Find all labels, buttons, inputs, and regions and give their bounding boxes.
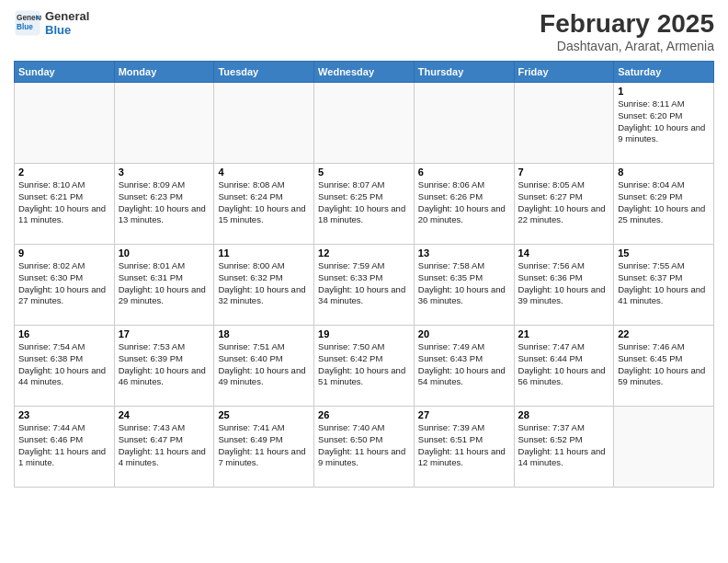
day-info: Sunrise: 8:02 AM Sunset: 6:30 PM Dayligh…: [18, 260, 110, 307]
day-number: 18: [218, 328, 310, 339]
day-info: Sunrise: 7:46 AM Sunset: 6:45 PM Dayligh…: [618, 341, 710, 388]
day-number: 1: [618, 86, 710, 97]
day-cell: 22Sunrise: 7:46 AM Sunset: 6:45 PM Dayli…: [614, 326, 714, 407]
day-cell: 28Sunrise: 7:37 AM Sunset: 6:52 PM Dayli…: [514, 407, 614, 488]
day-cell: 4Sunrise: 8:08 AM Sunset: 6:24 PM Daylig…: [214, 164, 314, 245]
day-info: Sunrise: 8:05 AM Sunset: 6:27 PM Dayligh…: [518, 179, 610, 226]
day-number: 5: [318, 167, 410, 178]
day-info: Sunrise: 7:49 AM Sunset: 6:43 PM Dayligh…: [418, 341, 510, 388]
day-cell: 27Sunrise: 7:39 AM Sunset: 6:51 PM Dayli…: [414, 407, 514, 488]
day-cell: 23Sunrise: 7:44 AM Sunset: 6:46 PM Dayli…: [15, 407, 115, 488]
header-day-saturday: Saturday: [614, 62, 714, 83]
header-day-sunday: Sunday: [15, 62, 115, 83]
day-info: Sunrise: 7:50 AM Sunset: 6:42 PM Dayligh…: [318, 341, 410, 388]
day-number: 6: [418, 167, 510, 178]
day-info: Sunrise: 7:55 AM Sunset: 6:37 PM Dayligh…: [618, 260, 710, 307]
day-info: Sunrise: 7:59 AM Sunset: 6:33 PM Dayligh…: [318, 260, 410, 307]
logo-icon: General Blue: [14, 9, 41, 37]
calendar: SundayMondayTuesdayWednesdayThursdayFrid…: [14, 61, 714, 488]
day-number: 3: [119, 167, 210, 178]
day-number: 24: [119, 409, 210, 420]
day-number: 13: [418, 247, 510, 259]
week-row-2: 2Sunrise: 8:10 AM Sunset: 6:21 PM Daylig…: [15, 164, 714, 245]
day-cell: 17Sunrise: 7:53 AM Sunset: 6:39 PM Dayli…: [114, 326, 214, 407]
day-cell: 12Sunrise: 7:59 AM Sunset: 6:33 PM Dayli…: [314, 245, 415, 326]
day-cell: 20Sunrise: 7:49 AM Sunset: 6:43 PM Dayli…: [414, 326, 514, 407]
day-number: 4: [218, 167, 310, 178]
svg-text:Blue: Blue: [17, 23, 33, 31]
day-info: Sunrise: 7:41 AM Sunset: 6:49 PM Dayligh…: [218, 422, 310, 469]
day-info: Sunrise: 8:04 AM Sunset: 6:29 PM Dayligh…: [618, 179, 710, 226]
day-number: 9: [18, 247, 110, 259]
calendar-body: 1Sunrise: 8:11 AM Sunset: 6:20 PM Daylig…: [15, 83, 714, 488]
logo-blue-text: Blue: [45, 23, 89, 37]
title-block: February 2025 Dashtavan, Ararat, Armenia: [540, 9, 714, 53]
day-number: 26: [318, 409, 410, 420]
day-cell: 26Sunrise: 7:40 AM Sunset: 6:50 PM Dayli…: [314, 407, 415, 488]
day-cell: 1Sunrise: 8:11 AM Sunset: 6:20 PM Daylig…: [614, 83, 714, 164]
day-number: 8: [618, 167, 710, 178]
header-day-monday: Monday: [114, 62, 214, 83]
day-cell: 13Sunrise: 7:58 AM Sunset: 6:35 PM Dayli…: [414, 245, 514, 326]
day-number: 10: [119, 247, 210, 259]
header-day-tuesday: Tuesday: [214, 62, 314, 83]
day-info: Sunrise: 8:07 AM Sunset: 6:25 PM Dayligh…: [318, 179, 410, 226]
week-row-5: 23Sunrise: 7:44 AM Sunset: 6:46 PM Dayli…: [15, 407, 714, 488]
day-number: 11: [218, 247, 310, 259]
page: General Blue General Blue February 2025 …: [0, 0, 728, 563]
day-cell: 5Sunrise: 8:07 AM Sunset: 6:25 PM Daylig…: [314, 164, 415, 245]
day-cell: [314, 83, 415, 164]
day-cell: [15, 83, 115, 164]
day-cell: 6Sunrise: 8:06 AM Sunset: 6:26 PM Daylig…: [414, 164, 514, 245]
day-cell: 19Sunrise: 7:50 AM Sunset: 6:42 PM Dayli…: [314, 326, 415, 407]
logo-general-text: General: [45, 9, 89, 23]
day-info: Sunrise: 7:53 AM Sunset: 6:39 PM Dayligh…: [119, 341, 210, 388]
day-cell: [214, 83, 314, 164]
header-day-wednesday: Wednesday: [314, 62, 415, 83]
day-info: Sunrise: 8:11 AM Sunset: 6:20 PM Dayligh…: [618, 98, 710, 145]
week-row-3: 9Sunrise: 8:02 AM Sunset: 6:30 PM Daylig…: [15, 245, 714, 326]
day-info: Sunrise: 8:01 AM Sunset: 6:31 PM Dayligh…: [119, 260, 210, 307]
day-info: Sunrise: 7:54 AM Sunset: 6:38 PM Dayligh…: [18, 341, 110, 388]
header: General Blue General Blue February 2025 …: [14, 9, 714, 53]
day-info: Sunrise: 7:58 AM Sunset: 6:35 PM Dayligh…: [418, 260, 510, 307]
main-title: February 2025: [540, 9, 714, 39]
subtitle: Dashtavan, Ararat, Armenia: [540, 39, 714, 53]
calendar-header: SundayMondayTuesdayWednesdayThursdayFrid…: [15, 62, 714, 83]
day-number: 21: [518, 328, 610, 339]
day-cell: 25Sunrise: 7:41 AM Sunset: 6:49 PM Dayli…: [214, 407, 314, 488]
day-cell: 21Sunrise: 7:47 AM Sunset: 6:44 PM Dayli…: [514, 326, 614, 407]
day-info: Sunrise: 8:09 AM Sunset: 6:23 PM Dayligh…: [119, 179, 210, 226]
day-number: 25: [218, 409, 310, 420]
day-info: Sunrise: 8:10 AM Sunset: 6:21 PM Dayligh…: [18, 179, 110, 226]
day-cell: 8Sunrise: 8:04 AM Sunset: 6:29 PM Daylig…: [614, 164, 714, 245]
day-cell: 24Sunrise: 7:43 AM Sunset: 6:47 PM Dayli…: [114, 407, 214, 488]
day-info: Sunrise: 7:51 AM Sunset: 6:40 PM Dayligh…: [218, 341, 310, 388]
day-info: Sunrise: 7:37 AM Sunset: 6:52 PM Dayligh…: [518, 422, 610, 469]
day-cell: [514, 83, 614, 164]
header-row: SundayMondayTuesdayWednesdayThursdayFrid…: [15, 62, 714, 83]
day-info: Sunrise: 8:08 AM Sunset: 6:24 PM Dayligh…: [218, 179, 310, 226]
day-number: 23: [18, 409, 110, 420]
day-info: Sunrise: 7:44 AM Sunset: 6:46 PM Dayligh…: [18, 422, 110, 469]
day-number: 16: [18, 328, 110, 339]
day-info: Sunrise: 7:40 AM Sunset: 6:50 PM Dayligh…: [318, 422, 410, 469]
day-number: 28: [518, 409, 610, 420]
day-cell: [114, 83, 214, 164]
day-number: 17: [119, 328, 210, 339]
week-row-4: 16Sunrise: 7:54 AM Sunset: 6:38 PM Dayli…: [15, 326, 714, 407]
day-number: 20: [418, 328, 510, 339]
day-cell: 15Sunrise: 7:55 AM Sunset: 6:37 PM Dayli…: [614, 245, 714, 326]
day-cell: 16Sunrise: 7:54 AM Sunset: 6:38 PM Dayli…: [15, 326, 115, 407]
day-number: 12: [318, 247, 410, 259]
day-number: 27: [418, 409, 510, 420]
day-number: 2: [18, 167, 110, 178]
day-cell: [614, 407, 714, 488]
logo-text: General Blue: [45, 9, 89, 37]
day-cell: 9Sunrise: 8:02 AM Sunset: 6:30 PM Daylig…: [15, 245, 115, 326]
day-cell: [414, 83, 514, 164]
day-info: Sunrise: 8:00 AM Sunset: 6:32 PM Dayligh…: [218, 260, 310, 307]
day-cell: 11Sunrise: 8:00 AM Sunset: 6:32 PM Dayli…: [214, 245, 314, 326]
day-info: Sunrise: 7:43 AM Sunset: 6:47 PM Dayligh…: [119, 422, 210, 469]
day-number: 7: [518, 167, 610, 178]
